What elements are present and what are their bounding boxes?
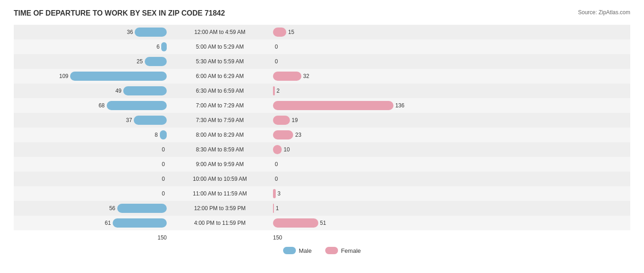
legend-male-swatch [283,247,296,254]
male-bar-wrap: 8 [20,128,167,142]
right-section: 3 [270,186,426,201]
female-bar-wrap: 1 [273,201,420,216]
female-bar-wrap: 51 [273,216,420,230]
male-bar-wrap: 6 [20,39,167,54]
female-value: 23 [295,132,306,138]
female-value: 10 [284,146,295,153]
male-bar-wrap: 37 [20,113,167,128]
legend-female-label: Female [341,247,360,254]
legend-row: Male Female [14,247,630,254]
left-section: 109 [14,69,169,84]
male-bar-wrap: 0 [20,172,167,186]
right-section: 51 [270,216,426,230]
male-value: 37 [121,117,132,123]
male-bar-wrap: 0 [20,142,167,157]
female-value: 136 [395,102,406,109]
time-label: 11:00 AM to 11:59 AM [169,190,270,197]
female-bar-wrap: 0 [273,54,420,69]
female-bar-wrap: 23 [273,128,420,142]
female-bar-wrap: 10 [273,142,420,157]
female-bar [273,218,318,228]
left-section: 37 [14,113,169,128]
female-value: 51 [320,220,331,226]
female-bar [273,204,274,213]
male-bar [70,72,167,81]
left-section: 49 [14,84,169,98]
left-section: 6 [14,39,169,54]
left-section: 0 [14,142,169,157]
male-bar [107,101,167,110]
right-section: 23 [270,128,426,142]
right-section: 1 [270,201,426,216]
female-bar [273,189,276,198]
male-bar [113,218,167,228]
female-bar [273,145,282,154]
legend-male: Male [283,247,311,254]
male-value: 0 [154,146,165,153]
bar-row: 65:00 AM to 5:29 AM0 [14,39,630,54]
female-value: 0 [275,58,286,65]
female-bar-wrap: 2 [273,84,420,98]
female-bar [273,28,286,37]
male-value: 56 [104,205,115,212]
bar-row: 1096:00 AM to 6:29 AM32 [14,69,630,84]
axis-label-right: 150 [273,234,282,241]
male-value: 0 [154,161,165,167]
time-label: 5:30 AM to 5:59 AM [169,58,270,65]
time-label: 8:30 AM to 8:59 AM [169,146,270,153]
female-bar-wrap: 0 [273,172,420,186]
male-value: 36 [122,29,133,35]
female-bar-wrap: 0 [273,157,420,172]
bar-row: 496:30 AM to 6:59 AM2 [14,84,630,98]
left-section: 0 [14,186,169,201]
female-bar [273,86,275,95]
male-value: 25 [132,58,143,65]
right-section: 0 [270,39,426,54]
female-value: 0 [275,161,286,167]
left-section: 25 [14,54,169,69]
female-value: 19 [292,117,303,123]
female-value: 0 [275,44,286,50]
left-section: 36 [14,25,169,39]
left-section: 56 [14,201,169,216]
time-label: 8:00 AM to 8:29 AM [169,132,270,138]
female-value: 3 [278,190,289,197]
female-value: 32 [303,73,314,79]
left-section: 68 [14,98,169,113]
time-label: 9:00 AM to 9:59 AM [169,161,270,167]
right-section: 10 [270,142,426,157]
male-bar-wrap: 25 [20,54,167,69]
legend-male-label: Male [299,247,311,254]
female-bar [273,101,393,110]
male-bar-wrap: 56 [20,201,167,216]
male-bar-wrap: 36 [20,25,167,39]
male-value: 68 [94,102,105,109]
bar-row: 377:30 AM to 7:59 AM19 [14,113,630,128]
bar-row: 687:00 AM to 7:29 AM136 [14,98,630,113]
axis-right: 150 [270,234,426,241]
male-bar [160,130,167,139]
male-bar [134,116,167,125]
female-value: 2 [277,88,288,94]
male-bar [145,57,167,66]
female-value: 1 [276,205,287,212]
bar-row: 5612:00 PM to 3:59 PM1 [14,201,630,216]
legend-female: Female [325,247,360,254]
time-label: 12:00 AM to 4:59 AM [169,29,270,35]
male-bar-wrap: 0 [20,157,167,172]
male-value: 6 [148,44,159,50]
male-bar-wrap: 68 [20,98,167,113]
bar-row: 09:00 AM to 9:59 AM0 [14,157,630,172]
male-bar-wrap: 0 [20,186,167,201]
chart-source: Source: ZipAtlas.com [578,9,630,16]
bar-row: 88:00 AM to 8:29 AM23 [14,128,630,142]
legend-female-swatch [325,247,338,254]
left-section: 8 [14,128,169,142]
male-bar-wrap: 49 [20,84,167,98]
bar-row: 010:00 AM to 10:59 AM0 [14,172,630,186]
female-bar [273,72,301,81]
female-bar [273,116,290,125]
male-value: 0 [154,190,165,197]
right-section: 19 [270,113,426,128]
left-section: 0 [14,157,169,172]
